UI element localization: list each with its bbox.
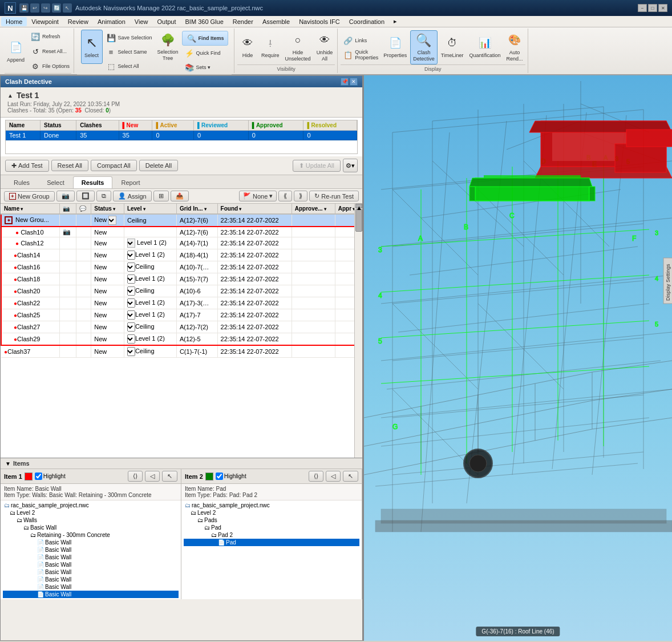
items-header[interactable]: ▼ Items — [1, 458, 362, 469]
pin-button[interactable]: 📌 — [341, 78, 349, 86]
undo-icon[interactable]: ↩ — [30, 3, 39, 13]
level-dropdown3[interactable]: ▾ — [127, 263, 135, 272]
redo-icon[interactable]: ↪ — [41, 3, 50, 13]
maximize-btn[interactable]: □ — [648, 4, 657, 12]
settings-dropdown-btn[interactable]: ⚙▾ — [343, 159, 358, 172]
tree-item[interactable]: 🗂 Walls — [3, 516, 179, 524]
quick-props-button[interactable]: 📋 QuickProperties — [341, 48, 380, 62]
close-panel-btn[interactable]: ✕ — [350, 78, 358, 86]
tab-select[interactable]: Select — [38, 176, 73, 188]
hide-button[interactable]: 👁 Hide — [237, 34, 258, 60]
none-dropdown[interactable]: 🚩 None ▾ — [239, 191, 277, 201]
assign-icon-btn[interactable]: ⊞ — [153, 191, 169, 201]
level-dropdown4[interactable]: ▾ — [127, 274, 135, 284]
export-btn[interactable]: 📤 — [171, 191, 189, 201]
clash-row[interactable]: ●Clash27 New ▾Ceiling A(12)-7(2) 22:35:1… — [1, 321, 362, 333]
tab-results[interactable]: Results — [73, 176, 113, 188]
menu-render[interactable]: Render — [228, 17, 258, 26]
clash-row[interactable]: ●Clash29 New ▾Level 1 (2) A(12)-5 22:35:… — [1, 333, 362, 346]
item1-btn3[interactable]: ↖ — [162, 471, 177, 482]
tree-item[interactable]: 🗂 rac_basic_sample_project.nwc — [3, 502, 179, 509]
tree-item[interactable]: 🗂 Pads — [184, 516, 359, 524]
select-same-button[interactable]: ≡ Select Same — [104, 45, 154, 59]
clash-row[interactable]: ● Clash12 New ▾ Level 1 (2) A — [1, 237, 362, 249]
refresh-button[interactable]: 🔄 Refresh — [28, 30, 71, 43]
tree-item[interactable]: 📄 Basic Wall — [3, 554, 179, 561]
level-dropdown7[interactable]: ▾ — [127, 310, 135, 320]
menu-review[interactable]: Review — [63, 17, 93, 26]
group-row[interactable]: ✦ New Grou... New ▾ Ceiling A — [1, 214, 362, 227]
level-dropdown8[interactable]: ▾ — [127, 322, 135, 332]
vertical-scrollbar[interactable]: ▲ — [354, 204, 362, 458]
selection-tree-button[interactable]: 🌳 SelectionTree — [155, 30, 181, 64]
auto-render-button[interactable]: 🎨 AutoRend... — [504, 31, 525, 64]
clash-row[interactable]: ●Clash25 New ▾Level 1 (2) A(17)-7 22:35:… — [1, 309, 362, 321]
results-col-status[interactable]: Status — [91, 204, 124, 214]
menu-coordination[interactable]: Coordination — [345, 17, 389, 26]
close-btn[interactable]: ✕ — [658, 4, 667, 12]
clash-row[interactable]: ●Clash18 New ▾Level 1 (2) A(15)-7(7) 22:… — [1, 273, 362, 285]
minimize-btn[interactable]: − — [638, 4, 647, 12]
assign-button[interactable]: 👤 Assign — [113, 191, 152, 201]
find-items-button[interactable]: 🔍 Find Items — [182, 31, 228, 46]
scroll-thumb[interactable] — [355, 209, 362, 232]
test-row[interactable]: Test 1 Done 35 35 0 0 0 0 — [6, 131, 357, 140]
unhide-all-button[interactable]: 👁 UnhideAll — [314, 31, 335, 64]
results-col-approve[interactable]: Approve... — [292, 204, 335, 214]
compact-all-button[interactable]: Compact All — [91, 160, 137, 171]
menu-navistools[interactable]: Navistools IFC — [294, 17, 345, 26]
results-col-level[interactable]: Level — [124, 204, 176, 214]
results-col-name[interactable]: Name — [1, 204, 60, 214]
cursor-icon[interactable]: ↖ — [63, 3, 72, 13]
menu-view[interactable]: View — [130, 17, 153, 26]
viewport-3d[interactable]: A B C 3 4 5 D E F G 3 4 5 3 5 B A — [364, 75, 672, 641]
links-button[interactable]: 🔗 Links — [341, 34, 380, 47]
tree-item[interactable]: 🗂 Pad 2 — [184, 531, 359, 539]
update-all-button[interactable]: ⬆ Update All — [293, 160, 341, 172]
select-button[interactable]: ↖ Select — [81, 30, 103, 64]
results-col-found[interactable]: Found — [217, 204, 292, 214]
tree-item[interactable]: 📄 Basic Wall — [3, 539, 179, 546]
item1-highlight-check[interactable] — [35, 473, 42, 480]
tree-item[interactable]: 📄 Basic Wall — [3, 561, 179, 568]
reset-all-button[interactable]: Reset All — [51, 160, 88, 171]
tree-item[interactable]: 🗂 Level 2 — [3, 509, 179, 516]
level-dropdown10[interactable]: ▾ — [127, 347, 135, 356]
level-dropdown6[interactable]: ▾ — [127, 298, 135, 308]
tab-report[interactable]: Report — [112, 176, 148, 188]
status-dropdown-group[interactable]: ▾ — [108, 216, 116, 225]
clash-row[interactable]: ●Clash16 New ▾Ceiling A(10)-7(… 22:35:14… — [1, 261, 362, 273]
tree-item-selected[interactable]: 📄 Pad — [184, 539, 359, 546]
results-col-grid[interactable]: Grid In... — [176, 204, 217, 214]
sets-button[interactable]: 📚 Sets ▾ — [182, 60, 228, 74]
icon-btn-2[interactable]: 🔲 — [76, 191, 95, 201]
nav-btn-2[interactable]: ⟫ — [294, 191, 307, 201]
collapse-icon[interactable]: ▲ — [7, 92, 13, 99]
menu-home[interactable]: Home — [1, 17, 27, 26]
scroll-up-arrow[interactable]: ▲ — [355, 204, 362, 208]
menu-viewpoint[interactable]: Viewpoint — [27, 17, 63, 26]
file-options-button[interactable]: ⚙ File Options — [28, 59, 71, 73]
menu-animation[interactable]: Animation — [93, 17, 130, 26]
menu-assemble[interactable]: Assemble — [258, 17, 294, 26]
save-icon[interactable]: 💾 — [19, 3, 29, 13]
tree-item[interactable]: 🗂 rac_basic_sample_project.nwc — [184, 502, 359, 509]
tree-item[interactable]: 🗂 Basic Wall — [3, 524, 179, 531]
icon-btn-1[interactable]: 📷 — [56, 191, 75, 201]
tree-item[interactable]: 📄 Basic Wall — [3, 546, 179, 554]
properties-button[interactable]: 📄 Properties — [381, 34, 409, 60]
quick-find-button[interactable]: ⚡ Quick Find — [182, 46, 228, 60]
delete-all-button[interactable]: Delete All — [139, 160, 178, 171]
menu-output[interactable]: Output — [153, 17, 181, 26]
select-all-button[interactable]: ⬚ Select All — [104, 59, 154, 73]
require-button[interactable]: ! Require — [259, 34, 282, 60]
append-button[interactable]: 📄 Append — [5, 38, 27, 65]
reset-all-button[interactable]: ↺ Reset All... — [28, 45, 71, 58]
clash-row[interactable]: ● Clash10 📷 New A(12)-7(6) 22:35:14 22-0… — [1, 227, 362, 237]
level-dropdown9[interactable]: ▾ — [127, 334, 135, 344]
hide-unselected-button[interactable]: ○ HideUnselected — [283, 31, 313, 64]
item1-btn1[interactable]: ⟨⟩ — [128, 471, 143, 482]
tree-item[interactable]: 🗂 Retaining - 300mm Concrete — [3, 531, 179, 539]
item2-btn1[interactable]: ⟨⟩ — [309, 471, 323, 482]
level-dropdown[interactable]: ▾ — [127, 239, 135, 248]
